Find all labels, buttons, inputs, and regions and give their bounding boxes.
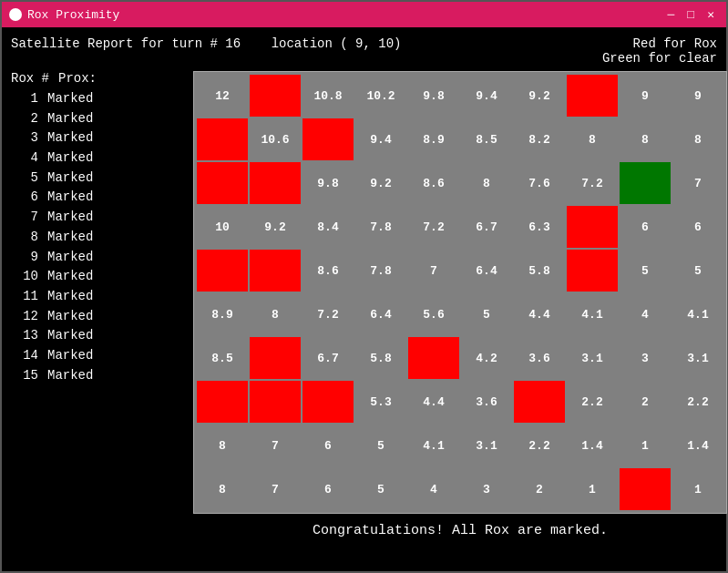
grid-cell: 7: [250, 425, 301, 466]
satellite-status: Marked: [47, 287, 93, 307]
grid-cell: 9.4: [355, 118, 406, 160]
minimize-button[interactable]: ─: [663, 8, 680, 22]
satellite-number: 5: [11, 169, 47, 189]
grid-cell: 4.2: [461, 337, 512, 379]
title-controls[interactable]: ─ □ ✕: [663, 7, 719, 22]
grid-cell: 6: [620, 206, 671, 248]
satellite-row: 8Marked: [11, 228, 193, 248]
grid-cell: 2.2: [514, 425, 565, 466]
grid-cell: 8.6: [408, 162, 459, 204]
grid-cell: 3: [461, 468, 512, 510]
grid-cell: [250, 337, 301, 379]
satellite-status: Marked: [47, 208, 93, 228]
grid-cell: 2.2: [567, 381, 618, 423]
satellite-row: 7Marked: [11, 208, 193, 228]
grid-cell: 4.1: [408, 425, 459, 466]
grid-cell: 6.4: [461, 250, 512, 292]
grid-cell: 7.2: [567, 162, 618, 204]
satellite-number: 7: [11, 208, 47, 228]
grid-cell: [197, 381, 248, 423]
grid-cell: 10: [197, 206, 248, 248]
grid-cell: 6.7: [302, 337, 354, 379]
satellite-status: Marked: [47, 148, 93, 169]
grid-cell: 8: [197, 425, 248, 466]
congratulations-message: Congratulations! All Rox are marked.: [313, 523, 608, 538]
satellite-row: 11Marked: [11, 287, 193, 307]
header-line1: Satellite Report for turn # 16 location …: [11, 36, 401, 51]
satellite-status: Marked: [47, 267, 93, 287]
grid-cell: 2.2: [672, 381, 723, 423]
red-legend: Red for Rox: [633, 36, 717, 51]
grid-cell: [567, 250, 618, 292]
satellite-status: Marked: [47, 128, 93, 148]
satellite-row: 2Marked: [11, 109, 193, 129]
grid-cell: 3.1: [672, 337, 723, 379]
grid-cell: [567, 206, 618, 248]
grid-cell: 7.8: [355, 250, 406, 292]
grid-cell: 7: [408, 250, 459, 292]
grid-cell: [567, 75, 618, 117]
maximize-button[interactable]: □: [682, 8, 699, 22]
grid-cell: 5: [355, 425, 406, 466]
grid-cell: 7.8: [355, 206, 406, 248]
satellite-status: Marked: [47, 307, 93, 327]
grid-cell: 4.1: [672, 293, 723, 335]
app-icon: [9, 8, 22, 21]
header-left: Satellite Report for turn # 16 location …: [11, 36, 401, 66]
satellite-status: Marked: [47, 228, 93, 248]
grid-cell: 6: [302, 425, 354, 466]
grid-cell: [620, 468, 671, 510]
grid-cell: [620, 162, 671, 204]
satellite-status: Marked: [47, 248, 93, 268]
grid-cell: [197, 250, 248, 292]
satellite-status: Marked: [47, 89, 93, 109]
grid-cell: 2: [514, 468, 565, 510]
grid-cell: 7.2: [302, 293, 354, 335]
grid-cell: 4: [408, 468, 459, 510]
satellite-row: 4Marked: [11, 148, 193, 169]
title-bar-left: Rox Proximity: [9, 8, 119, 22]
grid-cell: 3.1: [461, 425, 512, 466]
grid-cell: 8.9: [197, 293, 248, 335]
sidebar: Rox # Prox: 1Marked2Marked3Marked4Marked…: [11, 71, 193, 562]
grid-cell: 9.2: [250, 206, 301, 248]
main-area: Rox # Prox: 1Marked2Marked3Marked4Marked…: [11, 71, 717, 562]
grid-cell: 7.6: [514, 162, 565, 204]
grid-cell: 1: [567, 468, 618, 510]
grid-cell: 8.9: [408, 118, 459, 160]
grid-cell: 9.2: [514, 75, 565, 117]
grid-cell: 3.1: [567, 337, 618, 379]
satellite-status: Marked: [47, 109, 93, 129]
satellite-row: 10Marked: [11, 267, 193, 287]
grid-cell: 1: [620, 425, 671, 466]
close-button[interactable]: ✕: [702, 7, 719, 22]
location-label: location ( 9, 10): [272, 36, 402, 51]
satellite-row: 3Marked: [11, 128, 193, 148]
satellite-number: 13: [11, 326, 47, 346]
grid-cell: 4.1: [567, 293, 618, 335]
grid-cell: 5: [672, 250, 723, 292]
grid-cell: 9.8: [408, 75, 459, 117]
prox-header: Prox:: [58, 71, 97, 86]
grid-cell: 2: [620, 381, 671, 423]
satellite-status: Marked: [47, 326, 93, 346]
satellite-number: 1: [11, 89, 47, 109]
grid-cell: 4.4: [408, 381, 459, 423]
grid-cell: [197, 162, 248, 204]
satellite-number: 15: [11, 366, 47, 386]
grid-cell: 5: [461, 293, 512, 335]
grid-cell: 7.2: [408, 206, 459, 248]
grid-cell: 12: [197, 75, 248, 117]
grid-cell: 6: [672, 206, 723, 248]
grid-cell: 9: [620, 75, 671, 117]
grid-cell: 10.6: [250, 118, 301, 160]
grid-cell: 4.4: [514, 293, 565, 335]
grid-cell: [250, 162, 301, 204]
grid-cell: [302, 118, 354, 160]
grid-cell: 9.4: [461, 75, 512, 117]
grid-cell: 6.7: [461, 206, 512, 248]
header: Satellite Report for turn # 16 location …: [11, 36, 717, 66]
grid-cell: 8: [461, 162, 512, 204]
grid-cell: 8.2: [514, 118, 565, 160]
satellite-number: 14: [11, 346, 47, 366]
